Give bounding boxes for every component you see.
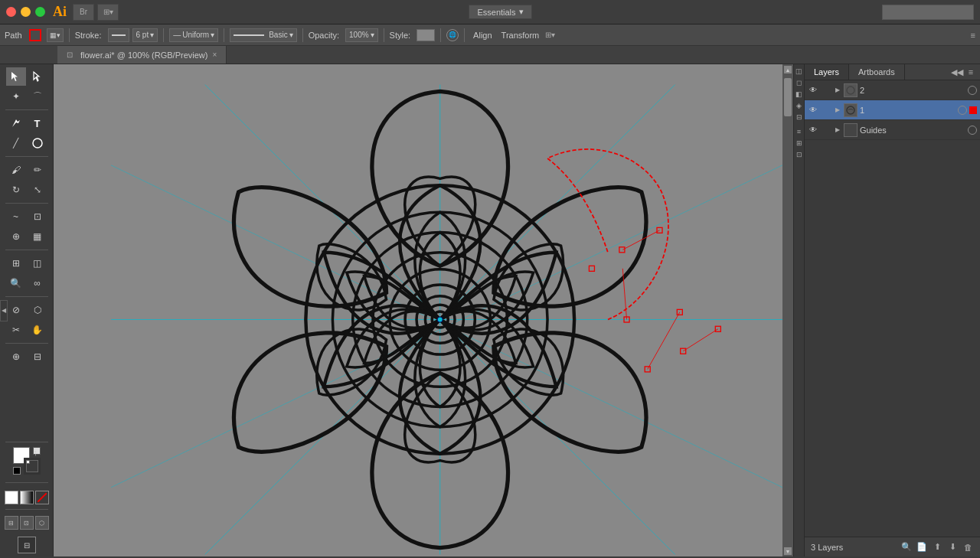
free-transform-tool[interactable]: ⊡ — [28, 207, 47, 226]
artboard-tool[interactable]: ⊟ — [28, 348, 47, 366]
zoom-tool[interactable]: ⊕ — [6, 348, 26, 366]
layer-2-visibility[interactable]: 👁 — [808, 85, 818, 96]
layers-expand-icon[interactable]: ◀◀ — [951, 66, 963, 78]
mesh-tool[interactable]: ⊞ — [6, 254, 26, 272]
tool-row-12: ✂ ✋ — [6, 321, 47, 339]
blend-tool[interactable]: ∞ — [28, 274, 47, 292]
profile-dropdown[interactable]: — Uniform▾ — [169, 28, 218, 42]
direct-selection-tool[interactable] — [28, 67, 47, 86]
rp-transform-panel[interactable]: ≡ — [795, 128, 804, 137]
paintbrush-tool[interactable]: 🖌 — [6, 161, 26, 179]
layers-tab-artboards[interactable]: Artboards — [849, 64, 905, 80]
arrange-button[interactable]: ⊞▾ — [97, 4, 119, 21]
tools-divider-2 — [5, 156, 48, 157]
layer-1-expand[interactable]: ▶ — [834, 106, 841, 114]
essentials-button[interactable]: Essentials ▾ — [469, 5, 531, 19]
swap-colors[interactable]: ↑ — [33, 447, 41, 455]
close-button[interactable] — [6, 7, 16, 17]
layers-new-icon[interactable]: 📄 — [916, 541, 928, 553]
drawing-mode-row: ⊟ ⊡ ⬡ — [5, 516, 49, 530]
transform-button[interactable]: Transform — [498, 31, 543, 40]
align-button[interactable]: Align — [470, 31, 495, 40]
layers-footer: 3 Layers 🔍 📄 ⬆ ⬇ 🗑 — [805, 537, 980, 556]
layers-move-icon[interactable]: ⬇ — [946, 541, 959, 553]
gradient-tool[interactable]: ◫ — [28, 254, 47, 272]
bridge-button[interactable]: Br — [73, 4, 94, 21]
panel-toggle[interactable]: ≡ — [971, 31, 975, 40]
rp-color-panel[interactable]: ◫ — [795, 67, 804, 77]
rp-align-panel[interactable]: ⊟ — [795, 113, 804, 122]
opacity-dropdown[interactable]: 100%▾ — [345, 28, 378, 42]
scroll-down[interactable]: ▼ — [784, 547, 792, 555]
basic-dropdown[interactable]: Basic▾ — [230, 28, 296, 42]
scissors-tool[interactable]: ✂ — [6, 321, 26, 339]
layer-1-thumbnail — [844, 103, 858, 117]
transform-options[interactable]: ⊞▾ — [545, 31, 555, 39]
layer-row-1[interactable]: 👁 ▶ 1 — [805, 100, 980, 120]
selection-tool[interactable] — [6, 67, 26, 86]
eraser-tool[interactable]: ⬡ — [28, 301, 47, 319]
layer-2-lock[interactable] — [821, 85, 831, 96]
rotate-tool[interactable]: ↻ — [6, 181, 26, 199]
eyedropper-tool[interactable]: 🔍 — [6, 274, 26, 292]
symbol-sprayer-tool[interactable]: ⊕ — [6, 227, 26, 246]
back-mode-btn[interactable]: ⊡ — [20, 516, 34, 530]
guides-lock[interactable] — [821, 125, 831, 135]
lasso-tool[interactable]: ⌒ — [28, 87, 47, 106]
rp-layers-panel[interactable]: ⊞ — [795, 139, 804, 148]
minimize-button[interactable] — [21, 7, 31, 17]
rp-stroke-panel[interactable]: ◻ — [795, 79, 804, 88]
layers-tab-layers[interactable]: Layers — [805, 64, 849, 80]
layer-row-2[interactable]: 👁 ▶ 2 — [805, 80, 980, 100]
layer-1-visibility[interactable]: 👁 — [808, 105, 818, 116]
layer-2-expand[interactable]: ▶ — [834, 86, 841, 94]
style-swatch[interactable] — [416, 29, 435, 41]
artboard — [111, 83, 782, 556]
rp-appearance-panel[interactable]: ◈ — [795, 102, 804, 111]
none-color-btn[interactable] — [35, 491, 49, 504]
layers-delete-icon[interactable]: 🗑 — [962, 541, 974, 553]
stroke-style-selector[interactable]: ▦▾ — [47, 28, 64, 42]
tab-close-button[interactable]: × — [212, 51, 217, 59]
slice-tool[interactable]: ⊘ — [6, 301, 26, 319]
layer-1-lock[interactable] — [821, 105, 831, 116]
left-panel-collapse[interactable]: ◀ — [0, 300, 8, 321]
hand-tool[interactable]: ✋ — [28, 321, 47, 339]
layers-search-icon[interactable]: 🔍 — [900, 541, 913, 553]
pencil-tool[interactable]: ✏ — [28, 161, 47, 179]
default-colors[interactable] — [13, 467, 21, 475]
guides-visibility[interactable]: 👁 — [808, 125, 818, 135]
search-input[interactable] — [882, 5, 974, 20]
column-graph-tool[interactable]: ▦ — [28, 227, 47, 246]
fill-stroke-selector[interactable]: ↑ — [13, 447, 41, 475]
layers-panel-menu[interactable]: ≡ — [965, 66, 977, 78]
rp-artboards-panel[interactable]: ⊡ — [795, 151, 804, 160]
svg-point-19 — [847, 86, 854, 94]
magic-wand-tool[interactable]: ✦ — [6, 87, 26, 106]
inside-mode-btn[interactable]: ⬡ — [35, 516, 49, 530]
type-tool[interactable]: T — [28, 114, 47, 132]
line-tool[interactable]: ╱ — [6, 134, 26, 152]
guides-expand[interactable]: ▶ — [834, 126, 841, 134]
gradient-color-btn[interactable] — [20, 491, 34, 504]
vertical-scrollbar[interactable]: ▲ ▼ — [782, 64, 793, 556]
normal-mode-btn[interactable]: ⊟ — [5, 516, 18, 530]
tool-row-7: ~ ⊡ — [6, 207, 47, 226]
scroll-thumb-v[interactable] — [784, 78, 792, 116]
stroke-label: Stroke: — [75, 31, 102, 40]
solid-color-btn[interactable] — [5, 491, 18, 504]
stroke-value[interactable]: 6 pt▾ — [132, 28, 158, 42]
rp-gradient-panel[interactable]: ◧ — [795, 90, 804, 100]
layer-row-guides[interactable]: 👁 ▶ Guides — [805, 120, 980, 140]
globe-icon[interactable]: 🌐 — [446, 29, 459, 41]
maximize-button[interactable] — [35, 7, 45, 17]
toolbar-separator-2 — [163, 28, 164, 42]
change-screen-mode[interactable]: ⊟ — [18, 537, 36, 553]
layers-arrange-icon[interactable]: ⬆ — [931, 541, 943, 553]
warp-tool[interactable]: ~ — [6, 207, 26, 226]
scroll-up[interactable]: ▲ — [784, 66, 792, 73]
ellipse-tool[interactable] — [28, 134, 47, 152]
document-tab[interactable]: ⊡ flower.ai* @ 100% (RGB/Preview) × — [57, 46, 227, 64]
scale-tool[interactable]: ⤡ — [28, 181, 47, 199]
pen-tool[interactable] — [6, 114, 26, 132]
